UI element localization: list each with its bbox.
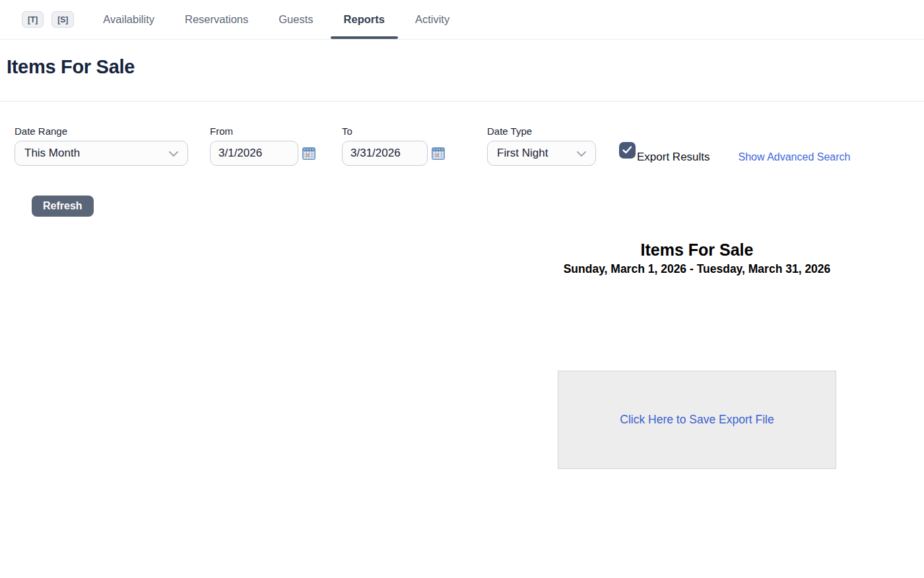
- shortcut-badge-s[interactable]: [S]: [51, 11, 74, 28]
- save-export-file-link[interactable]: Click Here to Save Export File: [620, 413, 774, 427]
- show-advanced-search-link[interactable]: Show Advanced Search: [739, 151, 851, 163]
- top-navigation: [T] [S] Availability Reservations Guests…: [0, 0, 924, 40]
- from-date-input[interactable]: [210, 141, 298, 166]
- export-file-panel: Click Here to Save Export File: [558, 371, 836, 469]
- chevron-down-icon: [577, 147, 586, 160]
- date-type-value: First Night: [497, 147, 548, 160]
- from-date-group: From: [210, 126, 315, 166]
- shortcut-badge-t[interactable]: [T]: [22, 11, 44, 28]
- tab-reports[interactable]: Reports: [331, 0, 398, 39]
- export-results-checkbox[interactable]: [619, 142, 636, 159]
- export-results-label: Export Results: [637, 151, 710, 164]
- refresh-button[interactable]: Refresh: [32, 196, 94, 217]
- to-calendar-button[interactable]: [432, 147, 445, 160]
- report-date-range-subtitle: Sunday, March 1, 2026 - Tuesday, March 3…: [564, 262, 831, 276]
- chevron-down-icon: [169, 147, 178, 160]
- date-range-group: Date Range This Month: [15, 126, 188, 166]
- to-label: To: [342, 126, 445, 137]
- from-label: From: [210, 126, 315, 137]
- to-date-group: To: [342, 126, 445, 166]
- tab-availability[interactable]: Availability: [90, 0, 168, 39]
- nav-tabs: Availability Reservations Guests Reports…: [88, 0, 465, 39]
- date-type-select[interactable]: First Night: [487, 141, 596, 166]
- tab-guests[interactable]: Guests: [265, 0, 326, 39]
- checkmark-icon: [622, 145, 632, 157]
- title-divider: [0, 101, 924, 102]
- date-range-select[interactable]: This Month: [15, 141, 188, 166]
- reports-page: [T] [S] Availability Reservations Guests…: [0, 0, 924, 578]
- tab-reservations[interactable]: Reservations: [172, 0, 261, 39]
- date-type-label: Date Type: [487, 126, 596, 137]
- filter-bar: Date Range This Month From: [15, 126, 850, 166]
- from-calendar-button[interactable]: [302, 147, 315, 160]
- date-type-group: Date Type First Night: [487, 126, 596, 166]
- tab-activity[interactable]: Activity: [402, 0, 463, 39]
- export-results-group: Export Results: [619, 142, 710, 164]
- to-date-input[interactable]: [342, 141, 428, 166]
- calendar-icon: [432, 152, 445, 162]
- date-range-value: This Month: [24, 147, 80, 160]
- date-range-label: Date Range: [15, 126, 188, 137]
- calendar-icon: [302, 152, 315, 162]
- report-title: Items For Sale: [641, 240, 754, 260]
- page-title: Items For Sale: [7, 56, 135, 78]
